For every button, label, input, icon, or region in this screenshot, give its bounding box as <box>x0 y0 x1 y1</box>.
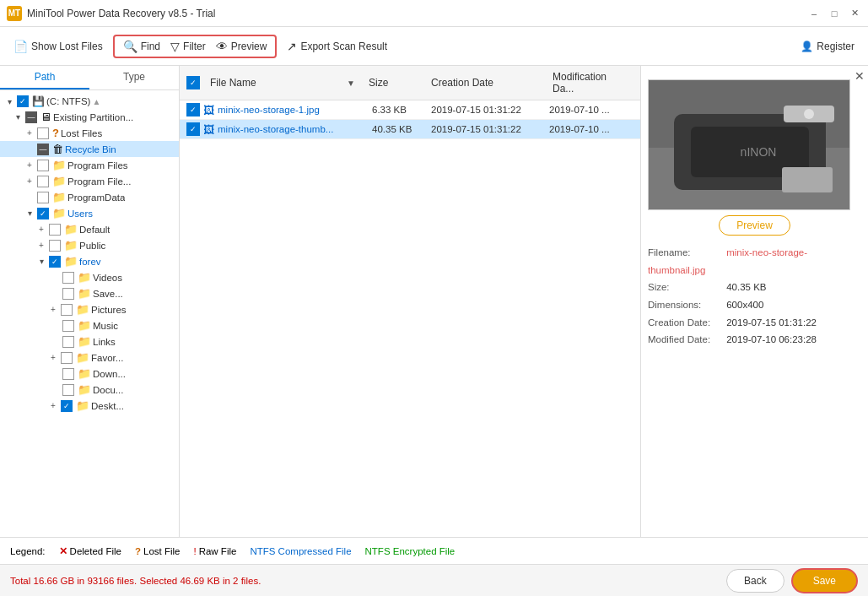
programdata-checkbox[interactable] <box>37 192 49 203</box>
videos-checkbox[interactable] <box>62 272 74 284</box>
lost-files-icon: ? <box>52 127 59 139</box>
tree-item-recycle-bin[interactable]: — 🗑 Recycle Bin <box>0 141 179 157</box>
tree-item-downloads[interactable]: 📁 Down... <box>0 366 179 382</box>
folder-icon: 📁 <box>52 159 66 171</box>
close-button[interactable]: ✕ <box>848 7 861 20</box>
public-label: Public <box>79 241 105 251</box>
tree-item-desktop[interactable]: + ✓ 📁 Deskt... <box>0 398 179 414</box>
tree-item-documents[interactable]: 📁 Docu... <box>0 382 179 398</box>
forev-checkbox[interactable]: ✓ <box>49 256 61 268</box>
partition-checkbox[interactable]: — <box>25 111 37 123</box>
downloads-checkbox[interactable] <box>62 368 74 380</box>
expand-icon[interactable]: + <box>24 160 35 170</box>
minimize-button[interactable]: – <box>807 7 821 20</box>
default-checkbox[interactable] <box>49 224 61 236</box>
lostfiles-checkbox[interactable] <box>37 127 49 139</box>
tree-item-programdata[interactable]: 📁 ProgramData <box>0 189 179 205</box>
programfilesx86-checkbox[interactable] <box>37 176 49 187</box>
find-button[interactable]: 🔍 Find <box>120 38 164 55</box>
app-icon: MT <box>7 6 22 21</box>
legend-ntfs-compressed: NTFS Compressed File <box>250 546 351 556</box>
tree-item-drive[interactable]: ▾ ✓ 💾 (C: NTFS) ▲ <box>0 94 179 109</box>
tree-item-default[interactable]: + 📁 Default <box>0 221 179 237</box>
register-button[interactable]: 👤 Register <box>794 37 861 56</box>
tree-item-users[interactable]: ▾ ✓ 📁 Users <box>0 205 179 221</box>
tree-item-public[interactable]: + 📁 Public <box>0 237 179 253</box>
favorites-checkbox[interactable] <box>61 352 73 364</box>
file-created: 2019-07-15 01:31:22 <box>431 105 549 115</box>
creation-date-value: 2019-07-15 01:31:22 <box>726 317 817 328</box>
file-list-header: ✓ File Name ▼ Size Creation Date Modific… <box>180 66 640 100</box>
file-checkbox[interactable]: ✓ <box>186 122 200 136</box>
expand-icon[interactable]: + <box>47 401 59 410</box>
col-header-modification-date[interactable]: Modification Da... <box>549 69 633 96</box>
tab-path[interactable]: Path <box>0 66 89 89</box>
close-preview-button[interactable]: ✕ <box>855 69 865 83</box>
action-buttons: Back Save <box>726 568 858 593</box>
tree-item-favorites[interactable]: + 📁 Favor... <box>0 349 179 366</box>
drive-icon: 💾 <box>32 95 45 107</box>
sort-icon: ▼ <box>347 79 355 88</box>
show-lost-files-button[interactable]: 📄 Show Lost Files <box>7 36 110 57</box>
col-header-creation-date[interactable]: Creation Date <box>428 75 546 90</box>
save-button[interactable]: Save <box>791 568 858 593</box>
preview-thumbnail: nINON <box>649 80 849 209</box>
file-size: 6.33 KB <box>372 105 431 115</box>
tree-item-lost-files[interactable]: + ? Lost Files <box>0 125 179 141</box>
documents-checkbox[interactable] <box>62 384 74 396</box>
links-checkbox[interactable] <box>62 336 74 348</box>
expand-icon[interactable]: ▾ <box>12 112 24 122</box>
creation-date-label: Creation Date: <box>648 314 724 332</box>
tree-item-save[interactable]: 📁 Save... <box>0 285 179 301</box>
expand-icon[interactable]: + <box>35 241 47 250</box>
file-row[interactable]: ✓ 🖼 minix-neo-storage-1.jpg 6.33 KB 2019… <box>180 100 640 120</box>
folder-icon: 📁 <box>78 367 91 380</box>
tree-item-links[interactable]: 📁 Links <box>0 333 179 349</box>
col-header-size[interactable]: Size <box>365 75 424 90</box>
status-files-label: files. Selected <box>114 576 180 586</box>
expand-icon[interactable]: + <box>47 353 59 362</box>
documents-label: Docu... <box>93 385 123 395</box>
expand-icon[interactable]: ▾ <box>3 97 15 106</box>
public-checkbox[interactable] <box>49 240 61 252</box>
tree-item-music[interactable]: 📁 Music <box>0 317 179 333</box>
expand-icon[interactable]: + <box>24 176 35 186</box>
expand-icon[interactable]: + <box>24 128 35 138</box>
expand-icon[interactable]: + <box>47 305 59 314</box>
tree-item-existing-partition[interactable]: ▾ — 🖥 Existing Partition... <box>0 109 179 125</box>
select-all-checkbox[interactable]: ✓ <box>186 76 200 89</box>
back-button[interactable]: Back <box>726 569 784 593</box>
drive-checkbox[interactable]: ✓ <box>17 95 29 107</box>
desktop-checkbox[interactable]: ✓ <box>61 400 73 412</box>
legend-ntfs-encrypted: NTFS Encrypted File <box>365 546 456 556</box>
users-checkbox[interactable]: ✓ <box>37 208 49 219</box>
file-row[interactable]: ✓ 🖼 minix-neo-storage-thumb... 40.35 KB … <box>180 120 640 139</box>
downloads-label: Down... <box>93 369 126 379</box>
save-checkbox[interactable] <box>62 288 74 300</box>
lost-label: Lost File <box>143 546 180 556</box>
col-header-filename[interactable]: File Name <box>207 75 343 90</box>
preview-action-button[interactable]: Preview <box>719 215 790 236</box>
expand-icon[interactable]: + <box>35 225 47 234</box>
preview-icon: 👁 <box>216 40 228 53</box>
filter-button[interactable]: ▽ Filter <box>167 38 209 55</box>
maximize-button[interactable]: □ <box>828 7 841 20</box>
tab-type[interactable]: Type <box>89 66 179 89</box>
tree-item-forev[interactable]: ▾ ✓ 📁 forev <box>0 253 179 269</box>
tree-item-program-files-x86[interactable]: + 📁 Program File... <box>0 173 179 189</box>
preview-button[interactable]: 👁 Preview <box>213 38 271 55</box>
expand-icon[interactable]: ▾ <box>24 209 35 218</box>
export-scan-result-button[interactable]: ↗ Export Scan Result <box>280 36 394 57</box>
preview-info: Filename: minix-neo-storage-thumbnail.jp… <box>648 244 861 349</box>
status-text: Total 16.66 GB in 93166 files. Selected … <box>10 576 261 586</box>
tree-item-program-files[interactable]: + 📁 Program Files <box>0 157 179 173</box>
programfiles-checkbox[interactable] <box>37 160 49 171</box>
recycle-bin-checkbox[interactable]: — <box>37 144 49 155</box>
pictures-checkbox[interactable] <box>61 304 73 316</box>
file-checkbox[interactable]: ✓ <box>186 103 200 116</box>
music-checkbox[interactable] <box>62 320 74 332</box>
recycle-bin-icon: 🗑 <box>52 143 63 155</box>
expand-icon[interactable]: ▾ <box>35 257 47 266</box>
tree-item-videos[interactable]: 📁 Videos <box>0 269 179 285</box>
tree-item-pictures[interactable]: + 📁 Pictures <box>0 301 179 317</box>
